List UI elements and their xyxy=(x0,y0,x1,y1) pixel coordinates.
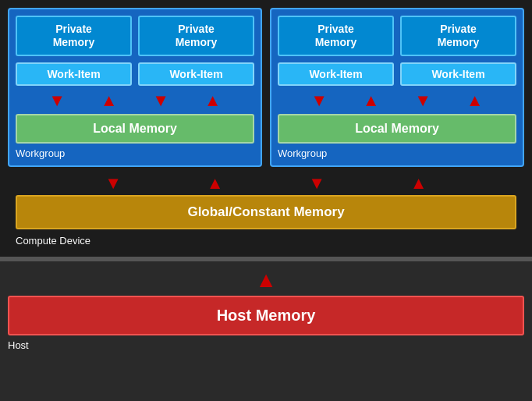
work-item-2-1: Work-Item xyxy=(278,62,394,86)
workgroup-label-1: Workgroup xyxy=(16,147,254,159)
workgroup-1: Private Memory Private Memory Work-Item … xyxy=(8,8,262,167)
work-item-1-2: Work-Item xyxy=(138,62,254,86)
private-memory-2-2: Private Memory xyxy=(400,16,516,56)
global-memory-section: ▼ ▲ ▼ ▲ Global/Constant Memory xyxy=(8,173,524,231)
workgroup-2: Private Memory Private Memory Work-Item … xyxy=(270,8,524,167)
wg-to-global-arrows: ▼ ▲ ▼ ▲ xyxy=(16,173,516,193)
private-memories-row-1: Private Memory Private Memory xyxy=(16,16,254,56)
local-memory-1: Local Memory xyxy=(16,114,254,144)
arrow-wg2-down: ▼ xyxy=(308,173,325,193)
arrow-4: ▲ xyxy=(204,90,222,111)
app-container: Private Memory Private Memory Work-Item … xyxy=(0,0,532,401)
private-memory-1-2: Private Memory xyxy=(138,16,254,56)
arrows-to-local-1: ▼ ▲ ▼ ▲ xyxy=(16,90,254,111)
host-arrow-row: ▲ xyxy=(8,268,524,293)
work-items-row-1: Work-Item Work-Item xyxy=(16,62,254,86)
workgroup-label-2: Workgroup xyxy=(278,147,516,159)
arrow-8: ▲ xyxy=(466,90,484,111)
work-item-2-2: Work-Item xyxy=(400,62,516,86)
arrow-2: ▲ xyxy=(101,90,118,111)
arrow-7: ▼ xyxy=(414,90,431,111)
compute-device-label: Compute Device xyxy=(8,231,524,250)
compute-device-section: Private Memory Private Memory Work-Item … xyxy=(0,0,532,257)
arrow-wg1-up: ▲ xyxy=(207,173,224,193)
arrow-3: ▼ xyxy=(152,90,169,111)
arrow-wg1-down: ▼ xyxy=(105,173,122,193)
workgroups-row: Private Memory Private Memory Work-Item … xyxy=(8,8,524,167)
host-memory-box: Host Memory xyxy=(8,296,524,335)
work-item-1-1: Work-Item xyxy=(16,62,132,86)
arrow-host-up: ▲ xyxy=(255,268,277,293)
arrow-1: ▼ xyxy=(48,90,66,111)
arrows-to-local-2: ▼ ▲ ▼ ▲ xyxy=(278,90,516,111)
private-memories-row-2: Private Memory Private Memory xyxy=(278,16,516,56)
local-memory-2: Local Memory xyxy=(278,114,516,144)
host-section: ▲ Host Memory Host xyxy=(0,261,532,401)
work-items-row-2: Work-Item Work-Item xyxy=(278,62,516,86)
arrow-6: ▲ xyxy=(363,90,380,111)
private-memory-1-1: Private Memory xyxy=(16,16,132,56)
host-label: Host xyxy=(8,339,524,351)
arrow-wg2-up: ▲ xyxy=(410,173,427,193)
private-memory-2-1: Private Memory xyxy=(278,16,394,56)
arrow-5: ▼ xyxy=(310,90,328,111)
global-memory-box: Global/Constant Memory xyxy=(16,195,516,229)
